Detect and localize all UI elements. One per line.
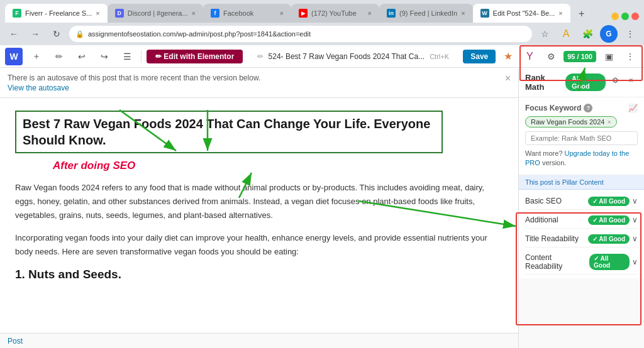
score-badge[interactable]: 95 / 100 xyxy=(564,51,596,62)
additional-right: ✓ All Good ∨ xyxy=(588,215,638,225)
basic-seo-label: Basic SEO xyxy=(525,197,562,205)
additional-label: Additional xyxy=(525,215,558,224)
tab-fiverr-title: Fiverr - Freelance S... xyxy=(25,9,92,17)
trend-icon[interactable]: 📈 xyxy=(628,104,638,112)
focus-keyword-section: Focus Keyword ? 📈 Raw Vegan Foods 2024 ×… xyxy=(519,97,644,175)
title-readability-chevron[interactable]: ∨ xyxy=(632,234,638,243)
browser-chrome: F Fiverr - Freelance S... × D Discord | … xyxy=(0,0,644,45)
list-view-button[interactable]: ☰ xyxy=(118,48,136,65)
keyword-input[interactable] xyxy=(525,131,638,145)
tab-wp-close[interactable]: × xyxy=(558,9,562,17)
yoast-icon-btn[interactable]: Y xyxy=(521,48,538,65)
more-options-button[interactable]: ⋮ xyxy=(621,48,639,65)
header-actions: All Good ⚙ × xyxy=(565,73,638,91)
all-good-button[interactable]: All Good xyxy=(565,73,606,91)
window-close[interactable] xyxy=(631,13,639,20)
rank-math-icon-btn[interactable]: ★ xyxy=(499,48,517,65)
post-icon: ✏ xyxy=(257,52,264,61)
extensions-button[interactable]: 🧩 xyxy=(579,25,596,43)
keyword-tag: Raw Vegan Foods 2024 × xyxy=(525,116,617,128)
tab-discord[interactable]: D Discord | #genera... × xyxy=(108,4,203,23)
profile-avatar[interactable]: G xyxy=(600,25,618,43)
tab-facebook[interactable]: f Facebook × xyxy=(203,4,291,23)
content-readability-chevron[interactable]: ∨ xyxy=(632,258,638,266)
wp-logo[interactable]: W xyxy=(5,48,23,65)
tab-linkedin-close[interactable]: × xyxy=(461,9,465,17)
wp-logo-icon: W xyxy=(9,52,18,62)
focus-keyword-label: Focus Keyword ? 📈 xyxy=(525,104,638,112)
tab-facebook-close[interactable]: × xyxy=(280,9,284,17)
help-icon[interactable]: ? xyxy=(584,104,592,112)
new-tab-button[interactable]: + xyxy=(573,5,591,23)
tab-linkedin-title: (9) Feed | LinkedIn xyxy=(399,9,457,17)
basic-seo-status: ✓ All Good xyxy=(588,197,630,206)
additional-chevron[interactable]: ∨ xyxy=(632,215,638,224)
lock-icon: 🔒 xyxy=(75,30,84,38)
redo-button[interactable]: ↪ xyxy=(96,48,113,65)
editor-area: There is an autosave of this post that i… xyxy=(0,68,518,348)
sidebar-toggle-button[interactable]: ▣ xyxy=(600,48,618,65)
undo-button[interactable]: ↩ xyxy=(73,48,91,65)
main-area: There is an autosave of this post that i… xyxy=(0,68,644,348)
wp-admin-bar: W ＋ ✏ ↩ ↪ ☰ ✏ Edit with Elementor ✏ 524-… xyxy=(0,45,644,68)
pillar-content-text: This post is Pillar Content xyxy=(525,178,604,186)
tab-discord-close[interactable]: × xyxy=(192,9,196,17)
reload-button[interactable]: ↻ xyxy=(48,25,65,43)
edit-elementor-button[interactable]: ✏ Edit with Elementor xyxy=(147,50,243,63)
basic-seo-chevron[interactable]: ∨ xyxy=(632,197,638,205)
section-heading: 1. Nuts and Seeds. xyxy=(15,268,503,281)
title-readability-label: Title Readability xyxy=(525,234,579,243)
address-bar[interactable]: 🔒 assignmentofseostation.com/wp-admin/po… xyxy=(69,26,532,42)
add-new-button[interactable]: ＋ xyxy=(28,48,45,65)
dismiss-notice-button[interactable]: × xyxy=(505,73,511,84)
autosave-notice: There is an autosave of this post that i… xyxy=(0,68,518,98)
paragraph-1: Raw Vegan foods 2024 refers to any food … xyxy=(15,181,503,222)
post-title-bar: ✏ 524- Best 7 Raw Vegan Foods 2024 That … xyxy=(248,52,458,61)
pencil-icon: ✏ xyxy=(55,52,63,62)
title-readability-status: ✓ All Good xyxy=(588,234,630,244)
tab-youtube[interactable]: ▶ (172) YouTube × xyxy=(291,4,379,23)
seo-section-basic: Basic SEO ✓ All Good ∨ xyxy=(525,193,638,210)
undo-icon: ↩ xyxy=(78,52,86,62)
window-maximize[interactable] xyxy=(621,13,629,20)
upgrade-notice: Want more? Upgrade today to the PRO vers… xyxy=(525,149,638,168)
redo-icon: ↪ xyxy=(101,52,108,62)
content-readability-label: Content Readability xyxy=(525,253,589,271)
additional-status: ✓ All Good xyxy=(588,215,630,225)
tab-youtube-title: (172) YouTube xyxy=(311,9,364,17)
keyword-remove-button[interactable]: × xyxy=(607,118,611,126)
editor-footer: Post xyxy=(0,333,518,348)
bookmark-button[interactable]: ☆ xyxy=(536,25,553,43)
pillar-content-bar: This post is Pillar Content xyxy=(519,175,644,190)
upgrade-link[interactable]: Upgrade today to the PRO xyxy=(525,150,629,166)
tab-fiverr[interactable]: F Fiverr - Freelance S... × xyxy=(5,4,108,23)
sidebar-settings-button[interactable]: ⚙ xyxy=(608,73,621,87)
tools-icon-btn[interactable]: ⚙ xyxy=(542,48,560,65)
extension-button[interactable]: A xyxy=(557,25,575,43)
post-label[interactable]: Post xyxy=(8,337,23,345)
seo-sections: Basic SEO ✓ All Good ∨ Additional ✓ All … xyxy=(519,190,644,278)
back-button[interactable]: ← xyxy=(5,25,23,43)
tab-facebook-title: Facebook xyxy=(223,9,276,17)
post-heading-box: Best 7 Raw Vegan Foods 2024 That Can Cha… xyxy=(15,111,443,153)
save-button[interactable]: Save xyxy=(463,50,496,63)
tab-fiverr-close[interactable]: × xyxy=(96,9,99,17)
window-minimize[interactable] xyxy=(611,13,619,20)
autosave-link[interactable]: View the autosave xyxy=(8,84,260,92)
plus-icon: ＋ xyxy=(32,51,41,62)
browser-nav: ← → ↻ 🔒 assignmentofseostation.com/wp-ad… xyxy=(0,23,644,45)
tab-linkedin[interactable]: in (9) Feed | LinkedIn × xyxy=(379,4,473,23)
editor-content[interactable]: Best 7 Raw Vegan Foods 2024 That Can Cha… xyxy=(0,98,518,333)
tab-wp-title: Edit Post "524- Be... xyxy=(493,9,555,17)
edit-button[interactable]: ✏ xyxy=(50,48,68,65)
tab-wp[interactable]: W Edit Post "524- Be... × xyxy=(473,4,570,23)
forward-button[interactable]: → xyxy=(26,25,44,43)
rank-math-header: Rank Math All Good ⚙ × xyxy=(519,68,644,97)
settings-button[interactable]: ⋮ xyxy=(621,25,639,43)
browser-tabs: F Fiverr - Freelance S... × D Discord | … xyxy=(0,0,644,23)
after-seo-label: After doing SEO xyxy=(53,160,503,172)
tab-youtube-close[interactable]: × xyxy=(368,9,372,17)
content-readability-status: ✓ All Good xyxy=(589,254,630,270)
sidebar-close-button[interactable]: × xyxy=(625,73,638,87)
autosave-text: There is an autosave of this post that i… xyxy=(8,73,260,82)
